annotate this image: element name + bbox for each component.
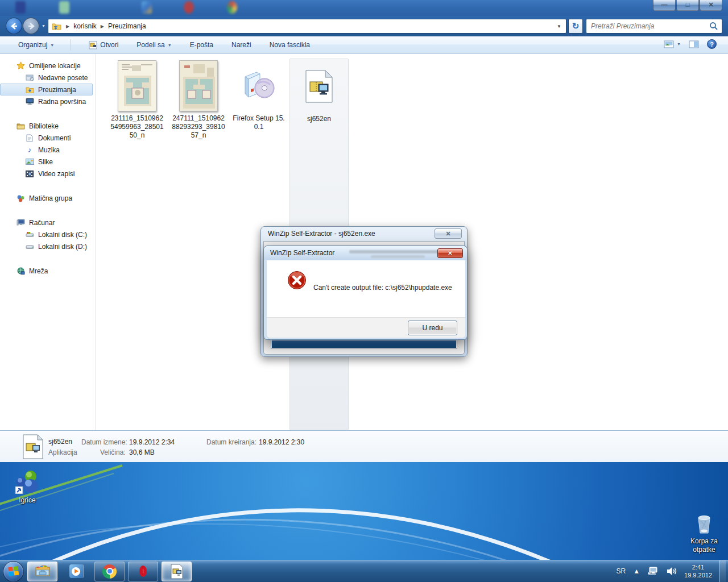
clock-date: 19.9.2012 xyxy=(684,571,712,579)
search-input[interactable] xyxy=(586,22,709,30)
created-label: Datum kreiranja: xyxy=(206,438,257,446)
sidebar-item-pictures[interactable]: Slike xyxy=(0,156,95,168)
organize-menu[interactable]: Organizuj ▼ xyxy=(18,41,54,49)
documents-label: Dokumenti xyxy=(38,134,71,142)
folder-icon xyxy=(52,22,62,30)
desktop-icon xyxy=(25,97,34,106)
taskbar-opera-button[interactable] xyxy=(128,562,158,581)
new-folder-button[interactable]: Nova fascikla xyxy=(270,41,310,49)
libraries-icon xyxy=(16,122,25,131)
breadcrumb-preuzimanja[interactable]: Preuzimanja xyxy=(108,22,146,30)
error-dialog-content: Can't create output file: c:\sj652\hpupd… xyxy=(267,260,465,317)
star-icon xyxy=(16,61,25,70)
file-tile-photo-2[interactable]: 247111_151096288293293_3981057_n xyxy=(169,59,228,430)
desktop-shortcut-igrice[interactable]: Igrice xyxy=(5,470,50,505)
address-dropdown-icon[interactable]: ▼ xyxy=(557,24,561,29)
start-button[interactable] xyxy=(3,561,24,582)
tray-expand-arrow-icon[interactable]: ▲ xyxy=(633,567,640,575)
igrice-spheres-icon xyxy=(15,470,40,494)
search-box xyxy=(586,19,722,34)
forward-button[interactable] xyxy=(23,18,39,34)
glass-blurred-icon xyxy=(227,1,237,14)
breadcrumb[interactable]: ▶ korisnik ▶ Preuzimanja ▼ xyxy=(48,19,566,34)
sidebar-item-documents[interactable]: Dokumenti xyxy=(0,132,95,144)
views-icon xyxy=(664,40,674,48)
volume-tray-icon[interactable] xyxy=(667,567,677,576)
document-icon xyxy=(25,134,34,143)
show-desktop-button[interactable] xyxy=(719,560,726,582)
glass-blurred-icon xyxy=(184,1,194,14)
sidebar-item-music[interactable]: ♪ Muzika xyxy=(0,144,95,156)
modified-label: Datum izmene: xyxy=(81,438,127,446)
modified-value: 19.9.2012 2:34 xyxy=(129,438,175,446)
open-app-icon xyxy=(89,41,97,49)
breadcrumb-korisnik[interactable]: korisnik xyxy=(73,22,97,30)
back-button[interactable] xyxy=(6,18,22,34)
error-dialog-close-button[interactable]: ✕ xyxy=(437,248,463,258)
disk-c-label: Lokalni disk (C:) xyxy=(38,231,87,239)
wallpaper-light-streaks xyxy=(0,462,728,560)
sidebar-group-homegroup[interactable]: Matična grupa xyxy=(0,192,95,204)
favorites-label: Omiljene lokacije xyxy=(29,62,81,70)
winzip-parent-close-button[interactable]: ✕ xyxy=(435,228,462,239)
taskbar-explorer-button[interactable] xyxy=(27,562,57,581)
sidebar-group-computer[interactable]: Računar xyxy=(0,217,95,228)
recent-label: Nedavne posete xyxy=(38,74,88,82)
crumb-separator-icon: ▶ xyxy=(101,24,104,29)
sidebar-item-downloads-selected[interactable]: Preuzimanja xyxy=(0,84,93,95)
sidebar-item-videos[interactable]: Video zapisi xyxy=(0,168,95,180)
taskbar-clock[interactable]: 2:41 19.9.2012 xyxy=(684,563,712,579)
crumb-separator-icon: ▶ xyxy=(66,24,69,29)
sidebar-group-libraries[interactable]: Biblioteke xyxy=(0,120,95,132)
photo-thumbnail xyxy=(179,60,218,111)
sidebar-group-favorites[interactable]: Omiljene lokacije xyxy=(0,60,95,72)
recent-pages-dropdown[interactable]: ▼ xyxy=(42,24,46,28)
details-file-type: Aplikacija xyxy=(48,448,77,456)
burn-button[interactable]: Nareži xyxy=(231,41,251,49)
sidebar-item-disk-c[interactable]: Lokalni disk (C:) xyxy=(0,228,95,240)
extract-progress-bar xyxy=(271,339,457,349)
preview-pane-button[interactable] xyxy=(689,40,699,48)
sidebar-item-recent[interactable]: Nedavne posete xyxy=(0,72,95,84)
taskbar-winzip-button[interactable] xyxy=(162,562,192,581)
recycle-bin[interactable]: Korpa za otpatke xyxy=(681,513,727,554)
search-icon xyxy=(709,22,718,31)
file-tile-photo-1[interactable]: 231116_151096254959963_2850150_n xyxy=(107,59,167,430)
installer-box-cd-icon xyxy=(241,69,277,103)
close-button[interactable]: ✕ xyxy=(700,0,722,11)
taskbar-chrome-button[interactable] xyxy=(94,562,125,581)
winzip-sfx-taskbar-icon xyxy=(171,564,183,579)
glass-blur-artifact xyxy=(371,255,425,258)
film-strip-icon xyxy=(25,169,34,178)
chevron-down-icon: ▼ xyxy=(168,43,172,47)
selected-file-icon xyxy=(23,434,43,459)
opera-icon xyxy=(139,566,147,577)
navigation-pane: Omiljene lokacije Nedavne posete Preuzim… xyxy=(0,54,96,430)
file-name: Firefox Setup 15.0.1 xyxy=(230,113,287,131)
language-indicator[interactable]: SR xyxy=(617,567,626,575)
views-button[interactable]: ▼ xyxy=(664,40,681,48)
organize-label: Organizuj xyxy=(18,41,47,49)
taskbar-wmp-button[interactable] xyxy=(61,562,91,581)
file-name: 231116_151096254959963_2850150_n xyxy=(107,113,167,140)
minimize-button[interactable]: — xyxy=(653,0,676,11)
share-with-menu[interactable]: Podeli sa ▼ xyxy=(136,41,171,49)
glass-blurred-icon xyxy=(59,1,69,14)
winzip-error-dialog: WinZip Self-Extractor ✕ Can't create out… xyxy=(263,246,468,340)
email-label: E-pošta xyxy=(190,41,213,49)
refresh-button[interactable]: ↻ xyxy=(568,19,583,34)
open-label: Otvori xyxy=(100,41,118,49)
maximize-button[interactable]: □ xyxy=(676,0,699,11)
help-button[interactable]: ? xyxy=(707,39,717,49)
sidebar-group-network[interactable]: Mreža xyxy=(0,265,95,277)
disk-d-label: Lokalni disk (D:) xyxy=(38,243,87,251)
ok-button[interactable]: U redu xyxy=(408,321,457,335)
network-tray-icon[interactable] xyxy=(647,567,659,576)
back-arrow-icon xyxy=(10,22,19,31)
email-button[interactable]: E-pošta xyxy=(190,41,213,49)
open-button[interactable]: Otvori xyxy=(89,41,118,49)
taskbar: SR ▲ 2:41 19.9.2012 xyxy=(0,560,728,582)
sidebar-item-disk-d[interactable]: Lokalni disk (D:) xyxy=(0,240,95,252)
error-dialog-title: WinZip Self-Extractor xyxy=(270,249,334,257)
sidebar-item-desktop[interactable]: Radna površina xyxy=(0,95,95,107)
